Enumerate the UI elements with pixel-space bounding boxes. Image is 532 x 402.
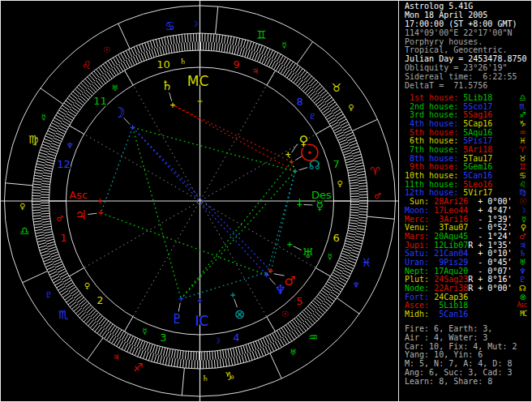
degree-tick bbox=[49, 148, 58, 151]
degree-tick bbox=[163, 348, 165, 356]
degree-tick bbox=[43, 229, 51, 231]
degree-tick bbox=[350, 255, 358, 259]
planet-label: Plut: bbox=[405, 275, 434, 284]
degree-tick bbox=[54, 138, 62, 141]
degree-tick bbox=[349, 140, 357, 143]
sign-ruler-glyph: ♀ bbox=[348, 103, 354, 112]
degree-tick bbox=[127, 344, 131, 352]
degree-tick bbox=[46, 159, 54, 161]
sign-ruler-glyph: ♅ bbox=[290, 348, 297, 357]
degree-tick bbox=[353, 154, 361, 156]
planet-position-value: 17Aqu20 bbox=[434, 267, 468, 276]
house-number: 9 bbox=[233, 58, 239, 71]
degree-tick bbox=[350, 185, 358, 186]
degree-tick bbox=[154, 354, 157, 362]
degree-tick bbox=[188, 351, 189, 359]
degree-tick bbox=[144, 52, 147, 60]
degree-tick bbox=[45, 165, 53, 166]
aspect-line-square bbox=[173, 105, 292, 162]
degree-tick bbox=[178, 43, 179, 51]
degree-tick bbox=[36, 161, 45, 164]
degree-tick bbox=[43, 175, 51, 177]
degree-tick bbox=[347, 138, 355, 141]
jupiter-position-dot bbox=[98, 211, 103, 216]
degree-tick bbox=[185, 34, 186, 42]
degree-tick bbox=[191, 33, 191, 41]
degree-tick bbox=[343, 271, 350, 275]
degree-tick bbox=[350, 182, 358, 183]
degree-tick bbox=[346, 238, 354, 241]
degree-tick bbox=[183, 359, 184, 367]
degree-tick bbox=[349, 225, 357, 227]
house-cusp-segment bbox=[267, 71, 276, 85]
degree-tick bbox=[45, 239, 54, 242]
degree-tick bbox=[270, 344, 274, 351]
degree-tick bbox=[356, 233, 364, 235]
degree-tick bbox=[343, 248, 351, 250]
degree-tick bbox=[339, 139, 347, 143]
zodiac-sign-glyph: ♓ bbox=[362, 256, 372, 269]
degree-tick bbox=[43, 173, 51, 174]
degree-tick bbox=[38, 156, 46, 158]
degree-tick bbox=[255, 53, 258, 61]
degree-tick bbox=[150, 41, 152, 49]
degree-tick bbox=[152, 353, 154, 361]
zodiac-sign-glyph: ♎ bbox=[19, 225, 30, 237]
degree-tick bbox=[227, 45, 229, 53]
degree-tick bbox=[338, 137, 346, 140]
degree-tick bbox=[236, 356, 238, 364]
degree-tick bbox=[227, 36, 229, 44]
sign-ruler-glyph: ☿ bbox=[281, 41, 286, 49]
degree-tick bbox=[220, 350, 221, 358]
degree-tick bbox=[358, 225, 366, 227]
sign-ruler-glyph: ☉ bbox=[103, 45, 110, 54]
degree-tick bbox=[247, 353, 250, 361]
sign-boundary bbox=[87, 338, 103, 361]
house-number: 10 bbox=[157, 58, 170, 71]
degree-tick bbox=[345, 156, 353, 158]
degree-tick bbox=[219, 43, 220, 51]
degree-tick bbox=[34, 226, 42, 228]
house-cusp-value: 5Pis17 bbox=[463, 136, 492, 145]
node-glyph: ☊ bbox=[309, 157, 320, 173]
degree-tick bbox=[225, 35, 226, 43]
degree-tick bbox=[358, 186, 367, 186]
degree-tick bbox=[350, 217, 358, 218]
degree-tick bbox=[42, 178, 50, 180]
degree-tick bbox=[136, 45, 139, 53]
degree-tick bbox=[174, 350, 176, 358]
degree-tick bbox=[215, 351, 216, 359]
degree-tick bbox=[139, 340, 143, 349]
degree-tick bbox=[182, 43, 182, 51]
house-label: 10th house: bbox=[405, 171, 463, 180]
planet-position-value: 3Ari16 bbox=[434, 215, 468, 224]
degree-tick bbox=[358, 180, 366, 181]
degree-tick bbox=[36, 167, 44, 169]
house-cusp-segment bbox=[124, 317, 133, 331]
degree-tick bbox=[46, 242, 54, 244]
degree-tick bbox=[132, 347, 135, 355]
degree-tick bbox=[350, 180, 358, 181]
degree-tick bbox=[33, 184, 41, 185]
sign-boundary bbox=[216, 6, 218, 34]
planet-latitude-value bbox=[468, 293, 473, 302]
house-cusp-value: 5Cap16 bbox=[463, 119, 492, 128]
degree-tick bbox=[349, 258, 357, 261]
degree-tick bbox=[47, 267, 55, 270]
house-number: 11 bbox=[93, 95, 107, 107]
degree-tick bbox=[148, 41, 150, 49]
degree-tick bbox=[48, 247, 56, 250]
house-cusp-value: 5Vir17 bbox=[463, 188, 492, 197]
degree-tick bbox=[169, 357, 170, 366]
degree-tick bbox=[258, 340, 261, 349]
planet-position-value: 9Pis29 bbox=[434, 258, 468, 267]
degree-tick bbox=[33, 221, 41, 222]
zodiac-sign-glyph: ♌ bbox=[81, 58, 92, 71]
degree-tick bbox=[265, 346, 268, 354]
degree-tick bbox=[158, 346, 161, 354]
sign-ruler-glyph: ♃ bbox=[112, 353, 119, 361]
degree-tick bbox=[155, 346, 157, 354]
degree-tick bbox=[348, 172, 356, 173]
degree-tick bbox=[179, 35, 180, 43]
zodiac-sign-glyph: ♋ bbox=[165, 19, 175, 32]
